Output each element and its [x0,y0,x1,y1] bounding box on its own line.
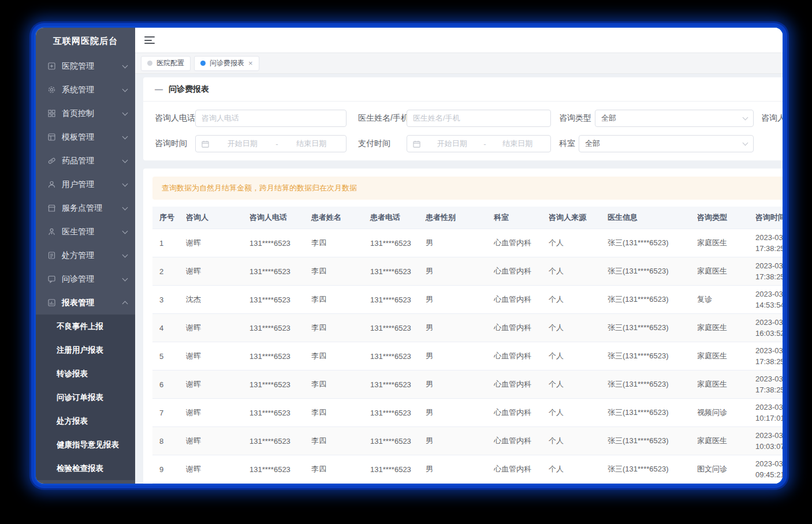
cell: 131****6523 [243,484,304,484]
panel-title: 问诊费报表 [169,84,209,95]
cell: 男 [419,257,487,286]
sidebar-fold-icon[interactable] [144,36,155,44]
table-row: 9谢晖131****6523李四131****6523男心血管内科个人张三(13… [152,455,783,484]
table-row: 1谢晖131****6523李四131****6523男心血管内科个人张三(13… [152,229,783,257]
pay-time-range-input[interactable]: 开始日期 - 结束日期 [407,135,551,152]
close-icon[interactable]: × [248,59,253,67]
table-body: 1谢晖131****6523李四131****6523男心血管内科个人张三(13… [152,229,783,484]
sidebar-item-10[interactable]: 报表管理 [36,291,135,315]
template-icon [47,133,56,141]
table-row: 5谢晖131****6523李四131****6523男心血管内科个人张三(13… [152,342,783,370]
filter-row-2: 咨询时间 开始日期 - 结束日期 支付时间 开始日期 - 结束日期 科室 [155,135,783,152]
chevron-down-icon [122,86,128,92]
cell: 131****6523 [243,257,304,286]
table-row: 3沈杰131****6523李四131****6523男心血管内科个人张三(13… [152,286,783,314]
sidebar-item-5[interactable]: 用户管理 [36,173,135,196]
cell: 个人 [542,455,601,484]
cell: 视频问诊 [690,399,748,427]
cell: 图文问诊 [690,455,748,484]
sidebar-item-6[interactable]: 服务点管理 [36,196,135,220]
consult-time-cell: 2023-03-016:03:52 [748,314,783,342]
submenu-item-0[interactable]: 不良事件上报 [36,315,135,338]
tab-0[interactable]: 医院配置 [141,56,191,71]
clipped-filter-label: 咨询人 [761,113,783,123]
cell: 131****6523 [363,257,419,286]
col-header-5: 患者性别 [419,207,487,229]
consult-time-cell: 2023-03-010:17:01 [748,399,783,427]
doctor-name-label: 医生姓名/手机 [358,113,407,123]
sidebar-item-3[interactable]: 模板管理 [36,125,135,149]
cell: 张三(131****6523) [601,484,690,484]
sidebar-submenu: 不良事件上报注册用户报表转诊报表问诊订单报表处方报表健康指导意见报表检验检查报表 [36,315,135,480]
sidebar-item-9[interactable]: 问诊管理 [36,267,135,291]
submenu-item-6[interactable]: 检验检查报表 [36,456,135,480]
cell: 张三(131****6523) [601,427,690,455]
submenu-item-1[interactable]: 注册用户报表 [36,338,135,362]
submenu-item-4[interactable]: 处方报表 [36,409,135,433]
table-row: 4谢晖131****6523李四131****6523男心血管内科个人张三(13… [152,314,783,342]
cell: 心血管内科 [487,370,542,399]
consult-phone-label: 咨询人电话 [155,113,195,123]
calendar-icon [413,140,420,148]
cell: 7 [152,399,179,427]
cell: 3 [152,286,179,314]
cell: 131****6523 [243,229,304,257]
cell: 男 [419,342,487,370]
doctor-icon [47,227,56,236]
col-header-1: 咨询人 [179,207,243,229]
report-table: 序号咨询人咨询人电话患者姓名患者电话患者性别科室咨询人来源医生信息咨询类型咨询时… [152,207,783,484]
grid-icon [47,109,56,118]
prescription-icon [47,251,56,260]
sidebar-item-1[interactable]: 系统管理 [36,78,135,102]
consult-time-range-input[interactable]: 开始日期 - 结束日期 [195,135,347,152]
col-header-9: 咨询类型 [690,207,748,229]
submenu-item-5[interactable]: 健康指导意见报表 [36,433,135,456]
cell: 5 [152,342,179,370]
chevron-down-icon [743,140,748,146]
cell: 谢晖 [179,484,243,484]
cell: 男 [419,484,487,484]
cell: 张三(131****6523) [601,370,690,399]
cell: 心血管内科 [487,342,542,370]
cell: 个人 [542,257,601,286]
submenu-item-2[interactable]: 转诊报表 [36,362,135,385]
collapse-icon[interactable]: — [155,85,163,94]
department-select[interactable]: 全部 [579,135,754,152]
cell: 张三(131****6523) [601,342,690,370]
cell: 李四 [304,455,363,484]
consult-type-select[interactable]: 全部 [595,110,754,127]
cell: 李四 [304,342,363,370]
gear-icon [47,85,56,94]
app-window: 互联网医院后台 医院管理 系统管理 首页控制 模板管理 药品管理 [36,28,783,484]
chevron-down-icon [122,133,128,139]
sidebar-item-4[interactable]: 药品管理 [36,149,135,173]
sidebar-item-8[interactable]: 处方管理 [36,244,135,267]
tab-bar: 医院配置 问诊费报表× [135,53,783,74]
consult-time-cell: 2023-03-017:38:25 [748,342,783,370]
consult-phone-input[interactable]: 咨询人电话 [195,110,347,127]
consult-time-cell: 2023-03-010:03:07 [748,427,783,455]
sidebar-item-0[interactable]: 医院管理 [36,54,135,78]
doctor-name-input[interactable]: 医生姓名/手机 [407,110,551,127]
table-row: 10谢晖131****6523李四131****6523男心血管内科个人张三(1… [152,484,783,484]
col-header-3: 患者姓名 [304,207,363,229]
cell: 个人 [542,229,601,257]
cell: 家庭医生 [690,427,748,455]
sidebar-item-2[interactable]: 首页控制 [36,102,135,125]
cell: 李四 [304,370,363,399]
cell: 6 [152,370,179,399]
chevron-down-icon [743,115,748,121]
cell: 131****6523 [363,229,419,257]
sidebar: 互联网医院后台 医院管理 系统管理 首页控制 模板管理 药品管理 [36,28,135,484]
cell: 家庭医生 [690,484,748,484]
consult-time-cell: 2023-03-017:38:25 [748,370,783,399]
sidebar-item-7[interactable]: 医生管理 [36,220,135,244]
filter-panel: — 问诊费报表 咨询人电话 咨询人电话 医生姓名/手机 医生姓名/手机 咨询类型… [143,77,783,160]
cell: 131****6523 [243,427,304,455]
submenu-item-3[interactable]: 问诊订单报表 [36,385,135,409]
cell: 谢晖 [179,257,243,286]
tab-1[interactable]: 问诊费报表× [194,56,259,71]
cell: 心血管内科 [487,229,542,257]
cell: 4 [152,314,179,342]
cell: 张三(131****6523) [601,229,690,257]
